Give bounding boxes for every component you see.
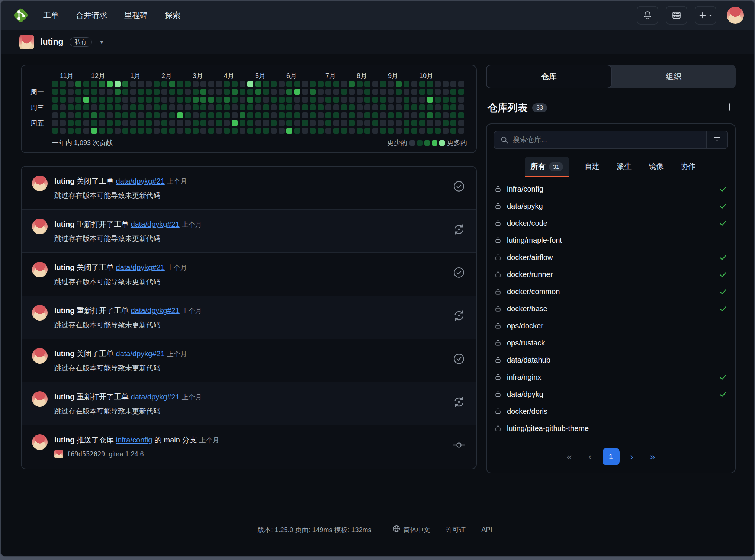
heatmap-cell <box>115 120 121 126</box>
repo-link[interactable]: docker/runner <box>507 270 553 279</box>
feed-target-link[interactable]: data/dpykg#21 <box>116 177 165 185</box>
repo-link[interactable]: ops/docker <box>507 322 543 330</box>
feed-actor-link[interactable]: luting <box>54 393 74 401</box>
profile-dropdown-caret[interactable]: ▼ <box>99 39 105 45</box>
feed-avatar[interactable] <box>32 391 48 407</box>
heatmap-cell <box>146 104 152 110</box>
user-avatar[interactable] <box>727 7 744 24</box>
feed-target-link[interactable]: data/dpykg#21 <box>131 220 180 228</box>
check-icon <box>719 373 727 382</box>
nav-link-3[interactable]: 探索 <box>165 10 180 20</box>
heatmap-cell <box>310 104 316 110</box>
heatmap-cell <box>341 104 347 110</box>
admin-panel-button[interactable] <box>666 6 687 25</box>
add-repo-button[interactable] <box>725 102 734 113</box>
commit-sha-link[interactable]: f69d552029 <box>67 450 105 458</box>
pagination-first[interactable]: « <box>561 448 578 465</box>
repo-link[interactable]: data/datahub <box>507 356 550 364</box>
pagination-page-1[interactable]: 1 <box>603 448 620 465</box>
pagination-next[interactable]: › <box>623 448 640 465</box>
repo-link[interactable]: infra/config <box>507 185 543 193</box>
feed-target-link[interactable]: infra/config <box>116 436 152 444</box>
filter-tab-协作[interactable]: 协作 <box>679 157 697 177</box>
heatmap-cell <box>380 97 386 103</box>
check-icon <box>719 287 727 296</box>
legend-square <box>432 140 437 146</box>
heatmap-cell <box>177 120 183 126</box>
heatmap-cell <box>271 81 277 87</box>
repo-link[interactable]: docker/base <box>507 305 547 313</box>
feed-actor-link[interactable]: luting <box>54 220 74 228</box>
filter-tab-派生[interactable]: 派生 <box>615 157 633 177</box>
create-new-button[interactable] <box>695 6 716 25</box>
feed-avatar[interactable] <box>32 262 48 277</box>
feed-avatar[interactable] <box>32 219 48 234</box>
feed-actor-link[interactable]: luting <box>54 306 74 315</box>
filter-tab-所有[interactable]: 所有31 <box>525 157 569 177</box>
heatmap-cell <box>83 128 89 134</box>
pagination-last[interactable]: » <box>644 448 661 465</box>
heatmap-cell <box>443 112 449 118</box>
feed-avatar[interactable] <box>32 348 48 364</box>
profile-avatar[interactable] <box>19 35 34 49</box>
heatmap-cell <box>154 89 160 95</box>
heatmap-cell <box>357 89 363 95</box>
repo-search-input[interactable] <box>513 136 706 144</box>
heatmap-cell <box>396 112 402 118</box>
lock-icon <box>494 339 502 347</box>
language-selector[interactable]: 简体中文 <box>392 525 430 535</box>
heatmap-cell <box>286 104 292 110</box>
nav-link-2[interactable]: 里程碑 <box>124 10 148 20</box>
repo-link[interactable]: docker/code <box>507 219 547 228</box>
repo-link[interactable]: luting/gitea-github-theme <box>507 424 589 433</box>
license-link[interactable]: 许可证 <box>446 525 466 534</box>
feed-actor-link[interactable]: luting <box>54 350 74 358</box>
feed-avatar[interactable] <box>32 305 48 321</box>
heatmap-cell <box>52 128 58 134</box>
heatmap-cell <box>310 128 316 134</box>
repo-link[interactable]: data/dpykg <box>507 390 543 399</box>
heatmap-cell <box>76 97 81 103</box>
lock-icon <box>494 236 502 244</box>
repo-link[interactable]: ops/rustack <box>507 339 545 347</box>
heatmap-cell <box>349 120 355 126</box>
repo-link[interactable]: data/spykg <box>507 202 543 210</box>
tab-组织[interactable]: 组织 <box>612 65 736 88</box>
nav-link-1[interactable]: 合并请求 <box>76 10 107 20</box>
feed-target-link[interactable]: data/dpykg#21 <box>116 263 165 271</box>
feed-item-title: luting 推送了仓库 infra/config 的 main 分支上个月 <box>54 435 446 445</box>
notifications-button[interactable] <box>637 6 658 25</box>
profile-username[interactable]: luting <box>40 37 64 47</box>
heatmap-cell <box>185 120 191 126</box>
contribution-heatmap-panel: 11月12月1月2月3月4月5月6月7月8月9月10月 周一周三周五 一年内 1… <box>21 65 477 153</box>
feed-item-title: luting 关闭了工单 data/dpykg#21上个月 <box>54 349 446 359</box>
repo-link[interactable]: docker/doris <box>507 407 547 416</box>
issue-closed-icon <box>452 348 466 365</box>
nav-link-0[interactable]: 工单 <box>43 10 59 20</box>
repo-link[interactable]: infra/nginx <box>507 373 541 382</box>
feed-target-link[interactable]: data/dpykg#21 <box>131 306 180 315</box>
filter-tab-自建[interactable]: 自建 <box>583 157 601 177</box>
feed-avatar[interactable] <box>32 434 48 450</box>
heatmap-cell <box>411 112 417 118</box>
heatmap-cell <box>76 89 81 95</box>
feed-comment: 跳过存在版本可能导致未更新代码 <box>54 234 446 244</box>
heatmap-cell <box>169 104 175 110</box>
heatmap-cell <box>255 89 261 95</box>
api-link[interactable]: API <box>482 526 492 534</box>
feed-target-link[interactable]: data/dpykg#21 <box>131 393 180 401</box>
filter-tab-镜像[interactable]: 镜像 <box>647 157 665 177</box>
feed-target-link[interactable]: data/dpykg#21 <box>116 350 165 358</box>
repo-link[interactable]: docker/common <box>507 287 560 296</box>
heatmap-cell <box>450 97 456 103</box>
feed-avatar[interactable] <box>32 176 48 191</box>
feed-actor-link[interactable]: luting <box>54 177 74 185</box>
repo-link[interactable]: luting/maple-font <box>507 236 562 245</box>
repo-link[interactable]: docker/airflow <box>507 253 553 262</box>
repo-filter-button[interactable] <box>706 131 727 148</box>
feed-actor-link[interactable]: luting <box>54 263 74 271</box>
gitea-logo[interactable] <box>11 6 30 25</box>
pagination-prev[interactable]: ‹ <box>582 448 599 465</box>
tab-仓库[interactable]: 仓库 <box>486 65 612 88</box>
feed-actor-link[interactable]: luting <box>54 436 74 444</box>
